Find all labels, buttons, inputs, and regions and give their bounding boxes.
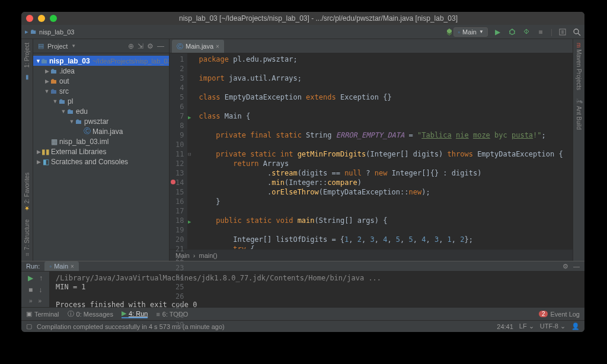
target-icon[interactable]: ⊕ [128, 42, 134, 50]
run-tab-label: Main [54, 263, 68, 270]
project-tree[interactable]: ▼🖿 nisp_lab_03 ~/IdeaProjects/nisp_lab_0… [33, 53, 169, 169]
bottom-tool-strip: ▣ Terminal ⓘ 0: Messages ▶ 4: Run ≡ 6: T… [21, 307, 584, 320]
tab-main-java[interactable]: Ⓒ Main.java × [172, 40, 224, 53]
debug-button[interactable] [508, 28, 516, 36]
run-tab-main[interactable]: ◦ Main × [44, 261, 79, 271]
svg-point-7 [574, 29, 579, 34]
project-panel-header: ▤ Project ▼ ⊕ ⇲ ⚙ — [33, 39, 169, 53]
breadcrumb-project: nisp_lab_03 [39, 28, 74, 36]
close-window-button[interactable] [26, 15, 33, 22]
coverage-button[interactable] [522, 28, 531, 36]
close-icon[interactable]: × [71, 263, 74, 270]
messages-icon: ⓘ [68, 309, 74, 318]
stripe-project[interactable]: 1: Project [24, 43, 30, 68]
project-tool-window: ▤ Project ▼ ⊕ ⇲ ⚙ — ▼🖿 nisp_lab_03 ~/Ide… [33, 39, 170, 261]
left-tool-stripe: 1: Project ▮ ★ 2: Favorites ⌗ 7: Structu… [21, 39, 33, 261]
run-gutter: ▶ ↑ ■ ↓ » » [21, 272, 50, 312]
collapse-icon[interactable]: ⇲ [138, 42, 143, 50]
tree-root[interactable]: ▼🖿 nisp_lab_03 ~/IdeaProjects/nisp_lab_0… [33, 56, 169, 66]
tool-run[interactable]: ▶ 4: Run [122, 309, 148, 318]
status-toggle-icon[interactable]: ▢ [26, 323, 32, 330]
tree-edu[interactable]: ▼🖿edu [33, 106, 169, 116]
folder-icon: ▸ 🖿 [25, 28, 37, 36]
tree-main-java[interactable]: ⒸMain.java [33, 126, 169, 136]
vcs-button[interactable] [558, 28, 567, 36]
run-config-selector[interactable]: ◦ Main ▼ [453, 27, 488, 37]
window-title: nisp_lab_03 [~/IdeaProjects/nisp_lab_03]… [57, 14, 580, 23]
project-view-icon: ▤ [38, 42, 44, 50]
tool-terminal[interactable]: ▣ Terminal [26, 310, 59, 318]
close-tab-icon[interactable]: × [216, 43, 219, 50]
tree-idea[interactable]: ▶🖿.idea [33, 66, 169, 76]
chevron-down-icon[interactable]: ▼ [71, 43, 76, 49]
run-console[interactable]: /Library/Java/JavaVirtualMachines/jdk1.8… [50, 272, 584, 312]
stop-button[interactable]: ■ [536, 28, 545, 36]
run-config-icon: ◦ [49, 263, 52, 270]
stripe-ant[interactable]: 🐜 Ant Build [576, 97, 582, 130]
class-icon: Ⓒ [177, 42, 183, 51]
todo-icon: ≡ [156, 311, 159, 318]
down-button[interactable]: ↓ [39, 286, 42, 294]
traffic-lights [26, 15, 57, 22]
ide-window: nisp_lab_03 [~/IdeaProjects/nisp_lab_03]… [21, 12, 584, 332]
breadcrumb[interactable]: ▸ 🖿 nisp_lab_03 [25, 28, 74, 36]
tree-pwsztar[interactable]: ▼🖿pwsztar [33, 116, 169, 126]
tree-root-path: ~/IdeaProjects/nisp_lab_03 [92, 58, 169, 65]
stop-run-button[interactable]: ■ [28, 286, 33, 294]
tool-messages[interactable]: ⓘ 0: Messages [68, 309, 113, 318]
editor-breadcrumbs[interactable]: Main › main() [170, 249, 573, 261]
tree-out[interactable]: ▶🖿out [33, 76, 169, 86]
up-button[interactable]: ↑ [39, 274, 43, 282]
editor-tabs: Ⓒ Main.java × [170, 39, 573, 53]
event-badge: 2 [539, 311, 548, 317]
right-tool-stripe: m Maven Projects 🐜 Ant Build [573, 39, 584, 261]
caret-position[interactable]: 24:41 [497, 323, 513, 330]
search-everywhere-button[interactable] [573, 28, 581, 36]
minimize-window-button[interactable] [38, 15, 45, 22]
svg-point-0 [510, 30, 515, 34]
stripe-structure[interactable]: ⌗ 7: Structure [24, 219, 31, 257]
terminal-icon: ▣ [26, 310, 32, 318]
tree-iml[interactable]: ▦nisp_lab_03.iml [33, 136, 169, 146]
editor-area: Ⓒ Main.java × 1 2 3 4 5 6 7▶ 8 9 10 11 [170, 39, 573, 261]
build-icon[interactable] [445, 28, 453, 36]
tree-root-name: nisp_lab_03 [49, 57, 90, 65]
status-bar: ▢ Compilation completed successfully in … [21, 320, 584, 332]
hide-icon[interactable]: — [573, 263, 580, 270]
tree-scratches[interactable]: ▶◧Scratches and Consoles [33, 157, 169, 167]
bookmark-icon[interactable]: ▮ [25, 74, 29, 80]
tree-ext-libs[interactable]: ▶▮▮External Libraries [33, 146, 169, 157]
run-config-icon: ◦ [458, 28, 460, 36]
crumb-method[interactable]: main() [199, 252, 218, 259]
project-panel-title[interactable]: Project [47, 43, 68, 50]
hide-icon[interactable]: — [157, 42, 164, 50]
status-message: Compilation completed successfully in 4 … [37, 323, 225, 330]
tool-event-log[interactable]: 2 Event Log [539, 311, 580, 318]
tab-label: Main.java [186, 43, 213, 50]
run-main-gutter-icon[interactable]: ▶ [188, 217, 191, 226]
zoom-window-button[interactable] [50, 15, 57, 22]
more-button[interactable]: » [29, 298, 33, 304]
line-separator[interactable]: LF ⌄ [519, 323, 534, 330]
run-button[interactable]: ▶ [494, 28, 502, 36]
run-icon: ▶ [122, 309, 126, 317]
editor-gutter[interactable]: 1 2 3 4 5 6 7▶ 8 9 10 11⊟ 12 13 14 15 16 [170, 53, 188, 249]
stripe-maven[interactable]: m Maven Projects [576, 43, 582, 90]
tree-pl[interactable]: ▼🖿pl [33, 96, 169, 106]
svg-line-8 [578, 33, 580, 36]
stripe-favorites[interactable]: ★ 2: Favorites [24, 173, 30, 212]
file-encoding[interactable]: UTF-8 ⌄ [540, 323, 566, 330]
tree-src[interactable]: ▼🖿src [33, 86, 169, 96]
chevron-down-icon: ▼ [479, 29, 484, 34]
code-editor[interactable]: package pl.edu.pwsztar; import java.util… [188, 53, 573, 249]
run-gutter-icon[interactable]: ▶ [188, 113, 191, 122]
titlebar: nisp_lab_03 [~/IdeaProjects/nisp_lab_03]… [21, 12, 584, 25]
gear-icon[interactable]: ⚙ [563, 263, 568, 270]
breakpoint-icon[interactable] [171, 180, 175, 184]
run-label: Run: [26, 263, 40, 270]
run-tool-window: Run: ◦ Main × ⚙ — ▶ ↑ ■ ↓ » [21, 261, 584, 307]
inspection-indicator[interactable]: 👤 [571, 323, 580, 330]
gear-icon[interactable]: ⚙ [147, 42, 154, 50]
rerun-button[interactable]: ▶ [28, 274, 33, 282]
more2-button[interactable]: » [39, 298, 42, 304]
